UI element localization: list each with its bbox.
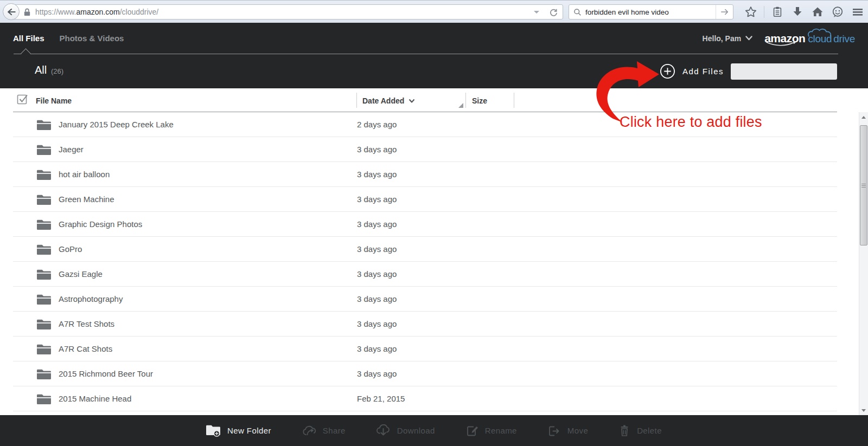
file-date-added: 3 days ago xyxy=(357,244,397,254)
column-resize-handle[interactable] xyxy=(458,103,463,108)
amazon-cloud-drive-screen: https://www.amazon.com/clouddrive/ xyxy=(0,0,868,446)
file-name[interactable]: A7R Test Shots xyxy=(59,319,114,328)
toolbar-divider xyxy=(764,6,764,18)
tab-all-files[interactable]: All Files xyxy=(13,34,44,43)
scrollbar[interactable] xyxy=(859,112,868,415)
account-zone: Hello, Pam amazon cloud drive xyxy=(703,23,855,54)
tab-underline xyxy=(14,54,838,54)
file-row[interactable]: Gazsi Eagle 3 days ago xyxy=(13,262,837,287)
folder-icon xyxy=(37,244,51,255)
file-name[interactable]: Gazsi Eagle xyxy=(59,269,103,279)
folder-icon xyxy=(37,169,51,180)
file-row[interactable]: 2015 Richmond Beer Tour 3 days ago xyxy=(13,361,837,386)
file-name[interactable]: 2015 Richmond Beer Tour xyxy=(59,369,153,378)
browser-search-input[interactable] xyxy=(585,8,712,16)
add-files-label: Add Files xyxy=(682,67,724,76)
file-row[interactable]: Graphic Design Photos 3 days ago xyxy=(13,212,837,237)
file-row[interactable]: Astrophotography 3 days ago xyxy=(13,287,837,312)
file-row[interactable]: A7R Test Shots 3 days ago xyxy=(13,312,837,337)
url-domain: amazon.com xyxy=(76,8,119,16)
browser-toolbar-icons xyxy=(744,1,865,23)
drive-search-box[interactable] xyxy=(731,63,837,80)
view-filter-label[interactable]: All xyxy=(35,64,47,76)
column-header-file-name[interactable]: File Name xyxy=(36,96,72,105)
file-name[interactable]: January 2015 Deep Creek Lake xyxy=(59,120,174,129)
bookmarks-menu-button[interactable] xyxy=(770,5,784,19)
url-prefix: https://www. xyxy=(35,8,76,16)
file-row[interactable]: GoPro 3 days ago xyxy=(13,237,837,262)
chevron-down-icon xyxy=(745,36,752,41)
browser-search-bar[interactable] xyxy=(569,4,733,20)
folder-icon xyxy=(37,119,51,130)
back-button[interactable] xyxy=(3,3,20,20)
scrollbar-thumb[interactable] xyxy=(860,125,867,245)
move-button[interactable]: Move xyxy=(547,424,588,437)
search-go-button[interactable] xyxy=(716,5,733,19)
table-header: File Name Date Added Size xyxy=(0,88,868,112)
download-button[interactable]: Download xyxy=(376,424,435,437)
go-arrow-icon xyxy=(720,8,730,16)
add-files-button[interactable]: Add Files xyxy=(660,63,724,79)
file-name[interactable]: A7R Cat Shots xyxy=(59,344,112,353)
logo-cloud-text: cloud xyxy=(808,33,832,45)
file-date-added: 3 days ago xyxy=(357,195,397,204)
file-name[interactable]: Graphic Design Photos xyxy=(59,219,142,229)
amazon-cloud-drive-logo: amazon cloud drive xyxy=(764,32,855,45)
file-row[interactable]: A7R Cat Shots 3 days ago xyxy=(13,337,837,361)
bookmarks-icon xyxy=(771,5,783,18)
menu-icon xyxy=(851,5,864,18)
scroll-down-button[interactable] xyxy=(859,406,868,415)
tab-photos-videos[interactable]: Photos & Videos xyxy=(60,34,124,43)
home-button[interactable] xyxy=(810,5,825,19)
scroll-up-button[interactable] xyxy=(859,113,868,121)
file-name[interactable]: Green Machine xyxy=(59,195,114,204)
file-row[interactable]: Jaeger 3 days ago xyxy=(13,137,837,162)
hello-smiley-icon xyxy=(831,5,844,18)
triangle-down-icon xyxy=(861,409,866,412)
file-name[interactable]: Jaeger xyxy=(59,145,84,154)
action-bar: New Folder Share Download Rename xyxy=(0,415,868,446)
url-dropdown-icon[interactable] xyxy=(534,11,539,14)
file-name[interactable]: 2015 Machine Head xyxy=(59,394,131,403)
file-name[interactable]: GoPro xyxy=(59,244,82,254)
column-header-date-added[interactable]: Date Added xyxy=(362,96,415,105)
file-name[interactable]: hot air balloon xyxy=(59,170,110,179)
amazon-swoosh-icon xyxy=(765,41,797,47)
column-header-size[interactable]: Size xyxy=(472,96,487,105)
drive-search-input[interactable] xyxy=(736,67,834,76)
folder-icon xyxy=(37,269,51,280)
hello-chat-button[interactable] xyxy=(831,5,845,19)
move-icon xyxy=(547,424,561,437)
file-row[interactable]: Green Machine 3 days ago xyxy=(13,187,837,212)
reload-icon[interactable] xyxy=(549,8,558,17)
file-date-added: Feb 21, 2015 xyxy=(357,394,405,403)
greeting-label: Hello, Pam xyxy=(703,34,742,43)
bookmark-star-button[interactable] xyxy=(744,5,758,19)
rename-button[interactable]: Rename xyxy=(465,424,517,437)
new-folder-button[interactable]: New Folder xyxy=(206,424,271,437)
file-row[interactable]: 2015 Machine Head Feb 21, 2015 xyxy=(13,386,837,411)
column-divider xyxy=(356,93,357,108)
url-bar[interactable]: https://www.amazon.com/clouddrive/ xyxy=(9,4,563,20)
new-folder-icon xyxy=(206,424,221,437)
rename-icon xyxy=(465,424,478,437)
back-icon xyxy=(6,7,17,17)
file-list: January 2015 Deep Creek Lake 2 days ago … xyxy=(0,112,868,412)
browser-menu-button[interactable] xyxy=(851,5,865,19)
share-button[interactable]: Share xyxy=(302,424,346,437)
file-name[interactable]: Astrophotography xyxy=(59,294,123,303)
url-text: https://www.amazon.com/clouddrive/ xyxy=(35,8,529,16)
downloads-button[interactable] xyxy=(790,5,805,19)
select-all-checkbox[interactable] xyxy=(17,93,29,107)
column-divider xyxy=(465,93,466,108)
folder-icon xyxy=(37,319,51,329)
triangle-up-icon xyxy=(861,116,866,119)
downloads-icon xyxy=(791,5,804,18)
file-date-added: 3 days ago xyxy=(357,319,397,328)
account-menu[interactable]: Hello, Pam xyxy=(703,34,753,43)
delete-button[interactable]: Delete xyxy=(618,424,662,437)
file-date-added: 2 days ago xyxy=(357,120,397,129)
home-icon xyxy=(811,5,824,18)
column-divider xyxy=(514,93,514,108)
file-row[interactable]: hot air balloon 3 days ago xyxy=(13,162,837,187)
